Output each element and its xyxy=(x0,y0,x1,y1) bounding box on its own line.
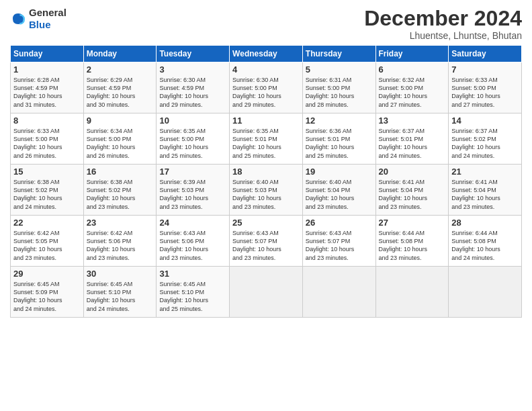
logo-general: General xyxy=(29,7,66,18)
table-row: 30Sunrise: 6:45 AMSunset: 5:10 PMDayligh… xyxy=(83,267,157,318)
day-info: Sunrise: 6:42 AMSunset: 5:05 PMDaylight:… xyxy=(13,229,81,262)
month-title: December 2024 xyxy=(364,7,522,30)
table-row: 22Sunrise: 6:42 AMSunset: 5:05 PMDayligh… xyxy=(11,216,84,267)
table-row xyxy=(302,267,375,318)
day-info: Sunrise: 6:29 AMSunset: 4:59 PMDaylight:… xyxy=(87,76,154,109)
calendar-week-1: 8Sunrise: 6:33 AMSunset: 5:00 PMDaylight… xyxy=(11,113,522,165)
table-row: 24Sunrise: 6:43 AMSunset: 5:06 PMDayligh… xyxy=(157,216,230,267)
logo: General Blue xyxy=(10,7,66,31)
day-info: Sunrise: 6:34 AMSunset: 5:00 PMDaylight:… xyxy=(87,127,154,160)
day-number: 12 xyxy=(306,116,373,126)
table-row: 10Sunrise: 6:35 AMSunset: 5:00 PMDayligh… xyxy=(157,113,230,165)
day-number: 7 xyxy=(451,64,519,75)
table-row: 18Sunrise: 6:40 AMSunset: 5:03 PMDayligh… xyxy=(230,165,303,216)
header-row: Sunday Monday Tuesday Wednesday Thursday… xyxy=(11,46,522,62)
table-row: 17Sunrise: 6:39 AMSunset: 5:03 PMDayligh… xyxy=(157,165,230,216)
day-number: 22 xyxy=(13,218,81,228)
table-row: 31Sunrise: 6:45 AMSunset: 5:10 PMDayligh… xyxy=(157,267,230,318)
day-info: Sunrise: 6:31 AMSunset: 5:00 PMDaylight:… xyxy=(306,76,373,109)
day-info: Sunrise: 6:33 AMSunset: 5:00 PMDaylight:… xyxy=(13,127,81,160)
day-number: 27 xyxy=(379,218,446,228)
day-info: Sunrise: 6:43 AMSunset: 5:07 PMDaylight:… xyxy=(232,229,300,262)
day-info: Sunrise: 6:32 AMSunset: 5:00 PMDaylight:… xyxy=(379,76,446,109)
calendar-week-4: 29Sunrise: 6:45 AMSunset: 5:09 PMDayligh… xyxy=(11,267,522,318)
table-row: 21Sunrise: 6:41 AMSunset: 5:04 PMDayligh… xyxy=(449,165,522,216)
table-row: 28Sunrise: 6:44 AMSunset: 5:08 PMDayligh… xyxy=(449,216,522,267)
calendar-week-3: 22Sunrise: 6:42 AMSunset: 5:05 PMDayligh… xyxy=(11,216,522,267)
day-number: 26 xyxy=(306,218,373,228)
table-row: 8Sunrise: 6:33 AMSunset: 5:00 PMDaylight… xyxy=(11,113,84,165)
table-row: 19Sunrise: 6:40 AMSunset: 5:04 PMDayligh… xyxy=(302,165,375,216)
col-friday: Friday xyxy=(375,46,449,62)
table-row xyxy=(230,267,303,318)
day-number: 1 xyxy=(13,64,81,75)
day-info: Sunrise: 6:44 AMSunset: 5:08 PMDaylight:… xyxy=(451,229,519,262)
day-number: 30 xyxy=(87,269,154,279)
table-row: 2Sunrise: 6:29 AMSunset: 4:59 PMDaylight… xyxy=(83,62,157,113)
day-info: Sunrise: 6:39 AMSunset: 5:03 PMDaylight:… xyxy=(159,178,226,211)
table-row: 26Sunrise: 6:43 AMSunset: 5:07 PMDayligh… xyxy=(302,216,375,267)
table-row: 15Sunrise: 6:38 AMSunset: 5:02 PMDayligh… xyxy=(11,165,84,216)
col-thursday: Thursday xyxy=(302,46,375,62)
day-info: Sunrise: 6:42 AMSunset: 5:06 PMDaylight:… xyxy=(87,229,154,262)
day-info: Sunrise: 6:37 AMSunset: 5:02 PMDaylight:… xyxy=(451,127,519,160)
day-info: Sunrise: 6:33 AMSunset: 5:00 PMDaylight:… xyxy=(451,76,519,109)
day-info: Sunrise: 6:30 AMSunset: 5:00 PMDaylight:… xyxy=(232,76,300,109)
col-wednesday: Wednesday xyxy=(230,46,303,62)
table-row: 13Sunrise: 6:37 AMSunset: 5:01 PMDayligh… xyxy=(375,113,449,165)
day-number: 31 xyxy=(159,269,226,279)
logo-icon xyxy=(10,11,26,27)
day-number: 20 xyxy=(379,167,446,177)
table-row: 20Sunrise: 6:41 AMSunset: 5:04 PMDayligh… xyxy=(375,165,449,216)
day-number: 11 xyxy=(232,116,300,126)
day-info: Sunrise: 6:37 AMSunset: 5:01 PMDaylight:… xyxy=(379,127,446,160)
table-row: 27Sunrise: 6:44 AMSunset: 5:08 PMDayligh… xyxy=(375,216,449,267)
day-info: Sunrise: 6:38 AMSunset: 5:02 PMDaylight:… xyxy=(13,178,81,211)
day-info: Sunrise: 6:44 AMSunset: 5:08 PMDaylight:… xyxy=(379,229,446,262)
day-number: 9 xyxy=(87,116,154,126)
table-row: 14Sunrise: 6:37 AMSunset: 5:02 PMDayligh… xyxy=(449,113,522,165)
day-info: Sunrise: 6:30 AMSunset: 4:59 PMDaylight:… xyxy=(159,76,226,109)
table-row: 11Sunrise: 6:35 AMSunset: 5:01 PMDayligh… xyxy=(230,113,303,165)
day-info: Sunrise: 6:41 AMSunset: 5:04 PMDaylight:… xyxy=(451,178,519,211)
day-info: Sunrise: 6:40 AMSunset: 5:03 PMDaylight:… xyxy=(232,178,300,211)
logo-blue: Blue xyxy=(29,19,51,30)
day-number: 15 xyxy=(13,167,81,177)
table-row: 25Sunrise: 6:43 AMSunset: 5:07 PMDayligh… xyxy=(230,216,303,267)
col-sunday: Sunday xyxy=(11,46,84,62)
table-row: 7Sunrise: 6:33 AMSunset: 5:00 PMDaylight… xyxy=(449,62,522,113)
table-row: 4Sunrise: 6:30 AMSunset: 5:00 PMDaylight… xyxy=(230,62,303,113)
day-number: 29 xyxy=(13,269,81,279)
day-info: Sunrise: 6:36 AMSunset: 5:01 PMDaylight:… xyxy=(306,127,373,160)
day-info: Sunrise: 6:28 AMSunset: 4:59 PMDaylight:… xyxy=(13,76,81,109)
logo-text: General Blue xyxy=(29,7,66,31)
calendar-table: Sunday Monday Tuesday Wednesday Thursday… xyxy=(10,45,522,318)
day-number: 17 xyxy=(159,167,226,177)
table-row: 12Sunrise: 6:36 AMSunset: 5:01 PMDayligh… xyxy=(302,113,375,165)
day-info: Sunrise: 6:45 AMSunset: 5:10 PMDaylight:… xyxy=(159,280,226,313)
table-row xyxy=(375,267,449,318)
col-tuesday: Tuesday xyxy=(157,46,230,62)
day-info: Sunrise: 6:35 AMSunset: 5:00 PMDaylight:… xyxy=(159,127,226,160)
table-row: 1Sunrise: 6:28 AMSunset: 4:59 PMDaylight… xyxy=(11,62,84,113)
calendar-week-2: 15Sunrise: 6:38 AMSunset: 5:02 PMDayligh… xyxy=(11,165,522,216)
table-row: 6Sunrise: 6:32 AMSunset: 5:00 PMDaylight… xyxy=(375,62,449,113)
table-row: 5Sunrise: 6:31 AMSunset: 5:00 PMDaylight… xyxy=(302,62,375,113)
table-row: 9Sunrise: 6:34 AMSunset: 5:00 PMDaylight… xyxy=(83,113,157,165)
day-number: 2 xyxy=(87,64,154,75)
day-info: Sunrise: 6:41 AMSunset: 5:04 PMDaylight:… xyxy=(379,178,446,211)
title-section: December 2024 Lhuentse, Lhuntse, Bhutan xyxy=(364,7,522,41)
col-monday: Monday xyxy=(83,46,157,62)
table-row: 29Sunrise: 6:45 AMSunset: 5:09 PMDayligh… xyxy=(11,267,84,318)
day-number: 6 xyxy=(379,64,446,75)
table-row: 3Sunrise: 6:30 AMSunset: 4:59 PMDaylight… xyxy=(157,62,230,113)
day-number: 23 xyxy=(87,218,154,228)
day-number: 16 xyxy=(87,167,154,177)
day-number: 5 xyxy=(306,64,373,75)
day-info: Sunrise: 6:38 AMSunset: 5:02 PMDaylight:… xyxy=(87,178,154,211)
day-number: 14 xyxy=(451,116,519,126)
day-info: Sunrise: 6:40 AMSunset: 5:04 PMDaylight:… xyxy=(306,178,373,211)
day-number: 28 xyxy=(451,218,519,228)
calendar-week-0: 1Sunrise: 6:28 AMSunset: 4:59 PMDaylight… xyxy=(11,62,522,113)
day-number: 4 xyxy=(232,64,300,75)
